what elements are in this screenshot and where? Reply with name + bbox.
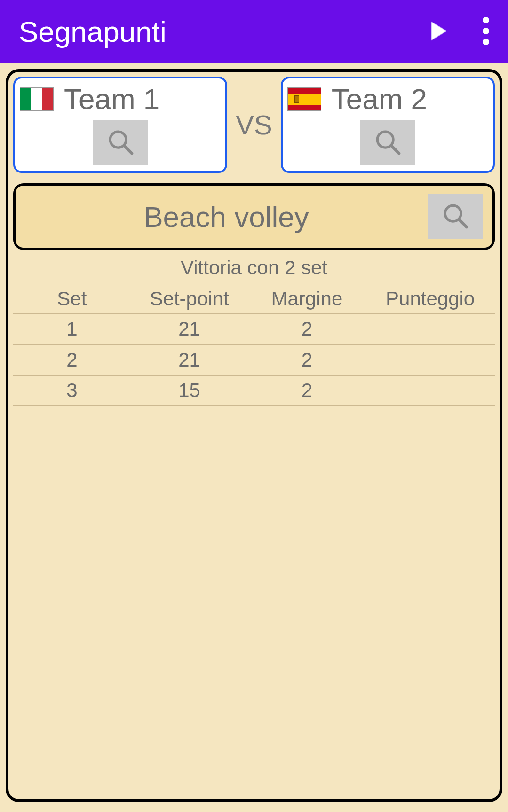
svg-point-2 [483, 39, 489, 45]
cell-margin: 2 [248, 349, 366, 371]
cell-set-point: 21 [131, 318, 248, 340]
table-header: Set Set-point Margine Punteggio [13, 285, 495, 313]
content-area: Team 1 VS Team 2 [0, 63, 508, 808]
svg-line-4 [124, 146, 132, 153]
cell-set-point: 21 [131, 349, 248, 371]
cell-margin: 2 [248, 318, 366, 340]
search-icon [107, 128, 134, 157]
svg-line-8 [459, 219, 467, 227]
app-header: Segnapunti [0, 0, 508, 63]
team2-search-button[interactable] [360, 120, 415, 165]
search-icon [442, 202, 469, 231]
header-score: Punteggio [365, 288, 495, 310]
sport-search-button[interactable] [428, 194, 483, 239]
svg-point-0 [483, 17, 489, 23]
team1-top: Team 1 [20, 82, 221, 116]
header-set-point: Set-point [131, 288, 248, 310]
cell-set: 1 [13, 318, 131, 340]
table-row[interactable]: 1212 [13, 313, 495, 344]
sport-row[interactable]: Beach volley [13, 183, 495, 250]
search-icon [374, 128, 401, 157]
sport-name: Beach volley [34, 200, 418, 234]
play-button[interactable] [425, 19, 450, 45]
team2-box[interactable]: Team 2 [281, 77, 495, 173]
more-vert-icon [483, 17, 489, 45]
table-row[interactable]: 2212 [13, 344, 495, 375]
cell-set: 3 [13, 379, 131, 402]
cell-set-point: 15 [131, 379, 248, 402]
main-card: Team 1 VS Team 2 [6, 69, 502, 802]
play-icon [425, 19, 450, 43]
cell-set: 2 [13, 349, 131, 371]
header-actions [425, 17, 489, 47]
svg-point-1 [483, 28, 489, 34]
header-set: Set [13, 288, 131, 310]
team1-search-button[interactable] [93, 120, 148, 165]
teams-row: Team 1 VS Team 2 [13, 77, 495, 173]
more-button[interactable] [483, 17, 489, 47]
header-margin: Margine [248, 288, 366, 310]
italy-flag-icon [20, 87, 54, 111]
team2-top: Team 2 [287, 82, 488, 116]
table-row[interactable]: 3152 [13, 375, 495, 406]
spain-flag-icon [287, 87, 321, 111]
team1-box[interactable]: Team 1 [13, 77, 227, 173]
cell-margin: 2 [248, 379, 366, 402]
team2-name: Team 2 [332, 82, 427, 116]
svg-line-6 [392, 146, 399, 153]
table-body: 121222123152 [13, 313, 495, 406]
win-condition: Vittoria con 2 set [13, 257, 495, 279]
team1-name: Team 1 [64, 82, 159, 116]
app-title: Segnapunti [19, 15, 425, 48]
vs-label: VS [232, 109, 276, 141]
